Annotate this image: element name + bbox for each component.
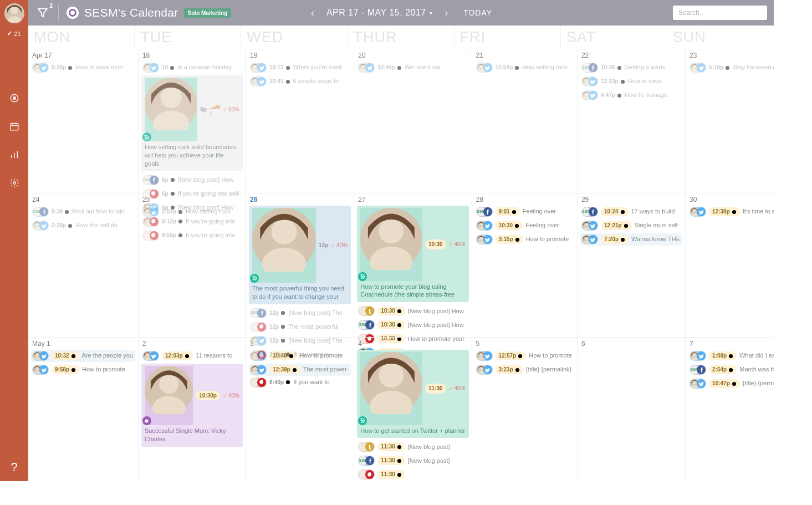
calendar-cell[interactable]: Apr 179:26p How to save mon- — [28, 49, 139, 193]
tasks-count[interactable]: 21 — [7, 30, 21, 37]
scheduled-item[interactable]: 2:02p How setting rock — [141, 206, 243, 218]
clock-icon — [397, 323, 402, 328]
calendar-cell[interactable]: 71:08p What did I earn,SSM2:54p March wa… — [686, 337, 774, 481]
nav-settings-icon[interactable] — [0, 169, 28, 197]
scheduled-item[interactable]: 12:38p It's time to say — [688, 206, 774, 218]
clock-icon — [397, 472, 402, 477]
campaign-block[interactable]: 6p▁▃▅ 660%How setting rock solid boundar… — [141, 75, 243, 171]
scheduled-item[interactable]: 10 Is a caravan holiday — [141, 62, 243, 74]
scheduled-item[interactable]: 12:54p How setting rock — [475, 62, 574, 74]
scheduled-item[interactable]: 11:30 — [357, 468, 468, 481]
nav-analytics-icon[interactable] — [0, 140, 28, 169]
time-label: 5:18p — [709, 64, 730, 71]
calendar-cell[interactable]: 2112:54p How setting rock — [472, 49, 578, 193]
item-title: [New blog post] The — [288, 337, 349, 344]
scheduled-item[interactable]: 12p [New blog post] The — [249, 335, 351, 347]
tw-icon — [257, 365, 266, 374]
scheduled-item[interactable]: 12:21p Single mum self- — [580, 220, 682, 232]
scheduled-item[interactable]: 1:08p What did I earn, — [688, 350, 774, 362]
scheduled-item[interactable]: 12:13p How to save — [580, 75, 682, 88]
scheduled-item[interactable]: 2:38p How the hell do — [31, 220, 135, 232]
calendar-cell[interactable]: 252:02p How setting rock — [139, 193, 246, 337]
calendar-cell[interactable]: 2612p40%The most powerful thing you need… — [246, 193, 354, 337]
scheduled-item[interactable]: 10:41 6 simple steps to — [249, 75, 351, 88]
filter-button[interactable]: 2 — [35, 4, 50, 22]
scheduled-item[interactable]: SSM11:30 [New blog post] — [357, 455, 468, 467]
campaign-block[interactable]: 11:3040%How to get started on Twitter + … — [357, 350, 468, 438]
calendar-cell[interactable]: 29SSM10:24 17 ways to build12:21p Single… — [578, 193, 686, 337]
profile-icon-pill — [250, 76, 267, 86]
calendar-cell[interactable]: 28SSM9:01 Feeling over-10:30 Feeling ove… — [472, 193, 578, 337]
scheduled-item[interactable]: SSM12p [New blog post] The — [249, 307, 351, 319]
scheduled-item[interactable]: 10:30 [New blog post] How — [357, 305, 468, 317]
calendar-cell[interactable]: 6 — [578, 337, 686, 481]
profile-icon-pill: SSM — [690, 365, 706, 375]
scheduled-item[interactable]: 4:47p How to manage — [580, 89, 682, 101]
clock-icon — [624, 223, 629, 228]
calendar-cell[interactable]: 1810 Is a caravan holiday6p▁▃▅ 660%How s… — [139, 49, 246, 193]
help-icon[interactable]: ? — [0, 453, 28, 481]
calendar-cell[interactable]: 22SSM10:46 Getting a warts12:13p How to … — [578, 49, 686, 193]
scheduled-item[interactable]: 10:30 Feeling over- — [475, 220, 574, 232]
scheduled-item[interactable]: 3:23p {title} {permalink} — [475, 364, 574, 376]
scheduled-item[interactable]: 10:11 When you're #self- — [249, 62, 351, 74]
scheduled-item[interactable]: 10:32 Are the people you — [31, 350, 135, 362]
campaign-block[interactable]: 12p40%The most powerful thing you need t… — [249, 206, 351, 304]
cell-date: 30 — [688, 196, 774, 203]
clock-icon — [170, 177, 175, 182]
cell-date: 7 — [688, 340, 774, 348]
scheduled-item[interactable]: 11:30 [New blog post] — [357, 441, 468, 453]
calendar-cell[interactable]: 2012:44p We loved our — [354, 49, 472, 193]
fb-icon — [150, 176, 159, 185]
scheduled-item[interactable]: SSM10:30 [New blog post] How — [357, 319, 468, 331]
nav-calendar-icon[interactable] — [0, 112, 28, 140]
time-badge: 9:01 — [496, 207, 520, 216]
calendar-cell[interactable]: May 110:32 Are the people you9:58p How t… — [28, 337, 139, 481]
clock-icon — [71, 368, 76, 373]
tw-icon — [39, 63, 48, 72]
user-avatar[interactable] — [4, 3, 24, 23]
calendar-cell[interactable]: 24SSM9:39 Find out how to win2:38p How t… — [28, 193, 139, 337]
calendar-cell[interactable]: 1910:11 When you're #self-10:41 6 simple… — [246, 49, 354, 193]
calendar-cell[interactable]: 235:18p Stay focussed on — [686, 49, 774, 193]
scheduled-item[interactable]: SSM10:24 17 ways to build — [580, 206, 682, 218]
profile-icon-pill — [358, 442, 375, 452]
scheduled-item[interactable]: 12p The most powerful — [249, 321, 351, 333]
campaign-block[interactable]: 10:3040%How to promote your blog using C… — [357, 206, 468, 302]
scheduled-item[interactable]: 12:03p 11 reasons to — [141, 350, 243, 362]
workspace-icon[interactable] — [67, 7, 79, 19]
calendar-cell[interactable]: 3012:38p It's time to say — [686, 193, 774, 337]
time-badge: 10:32 — [52, 351, 79, 360]
scheduled-item[interactable]: 9:58p How to promote — [31, 364, 135, 376]
scheduled-item[interactable]: 9:58p If you're going into — [141, 229, 243, 242]
scheduled-item[interactable]: 10:47p {title} {permalink} — [688, 378, 774, 390]
scheduled-item[interactable]: 6p If you're going into self- — [141, 188, 243, 200]
scheduled-item[interactable]: 5:18p Stay focussed on — [688, 62, 774, 74]
scheduled-item[interactable]: 3:41p If you want to — [249, 349, 351, 361]
search-input[interactable] — [673, 6, 767, 20]
calendar-cell[interactable]: 512:57p How to promote3:23p {title} {per… — [472, 337, 578, 481]
campaign-block[interactable]: 10:30p40%Successful Single Mum: Vicky Ch… — [141, 364, 243, 447]
scheduled-item[interactable]: SSM10:46 Getting a warts — [580, 62, 682, 74]
scheduled-item[interactable]: SSM2:54p March was the first — [688, 364, 774, 376]
scheduled-item[interactable]: SSM6p [New blog post] How — [141, 174, 243, 186]
scheduled-item[interactable]: SSM9:39 Find out how to win — [31, 206, 135, 218]
today-button[interactable]: TODAY — [460, 6, 496, 19]
scheduled-item[interactable]: 9:26p How to save mon- — [31, 62, 135, 74]
calendar-cell[interactable]: 212:03p 11 reasons to10:30p40%Successful… — [139, 337, 246, 481]
scheduled-item[interactable]: 12:39p The most power- — [249, 364, 351, 376]
next-range-button[interactable]: › — [440, 5, 452, 21]
calendar-cell[interactable]: 411:3040%How to get started on Twitter +… — [354, 337, 472, 481]
profile-icon-pill — [690, 63, 706, 73]
prev-range-button[interactable]: ‹ — [307, 5, 319, 21]
time-label: 10 — [162, 64, 175, 71]
scheduled-item[interactable]: 12:44p We loved our — [357, 62, 468, 74]
calendar-cell[interactable]: 2710:3040%How to promote your blog using… — [354, 193, 472, 337]
scheduled-item[interactable]: 12:57p How to promote — [475, 350, 574, 362]
nav-home-icon[interactable] — [0, 84, 28, 112]
scheduled-item[interactable]: 3:15p How to promote — [475, 233, 574, 246]
scheduled-item[interactable]: 7:20p Wanna know THE — [580, 233, 682, 246]
scheduled-item[interactable]: SSM9:01 Feeling over- — [475, 206, 574, 218]
profile-icon-pill — [358, 470, 375, 480]
date-range-picker[interactable]: APR 17 - MAY 15, 2017 ▾ — [326, 8, 432, 18]
